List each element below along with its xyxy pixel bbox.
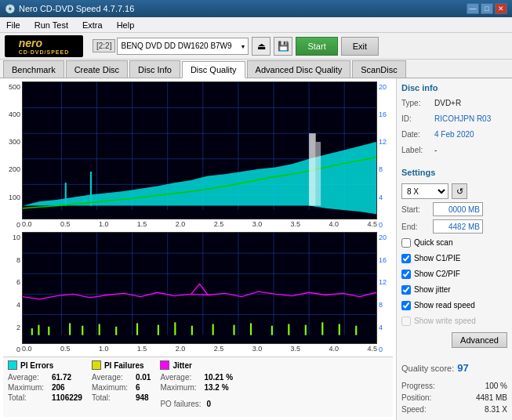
progress-value: 100 % [485, 380, 507, 392]
tab-advanced-disc-quality[interactable]: Advanced Disc Quality [247, 60, 351, 78]
menu-help[interactable]: Help [114, 19, 138, 31]
quick-scan-label: Quick scan [414, 237, 452, 249]
svg-rect-34 [38, 324, 39, 335]
speed-row: 8 X ↺ [401, 183, 507, 199]
svg-rect-35 [48, 327, 49, 335]
legend-area: PI Errors Average: 61.72 Maximum: 206 To… [3, 357, 393, 417]
svg-rect-42 [174, 322, 176, 335]
svg-rect-43 [191, 326, 193, 335]
drive-dropdown[interactable]: BENQ DVD DD DW1620 B7W9 [117, 38, 249, 55]
start-input[interactable] [433, 202, 483, 216]
maximize-button[interactable]: □ [481, 3, 493, 14]
position-value: 4481 MB [476, 392, 507, 404]
exit-button[interactable]: Exit [341, 37, 379, 56]
pi-errors-total-value: 1106229 [52, 393, 82, 402]
svg-rect-37 [82, 326, 83, 335]
show-write-row: Show write speed [401, 315, 507, 328]
pi-errors-total-label: Total: [8, 393, 49, 402]
advanced-button[interactable]: Advanced [452, 332, 507, 348]
disc-id-row: ID: RICOHJPN R03 [401, 113, 507, 125]
svg-rect-46 [250, 323, 252, 335]
chart2-x-labels: 0.0 0.5 1.0 1.5 2.0 2.5 3.0 3.5 4.0 4.5 [22, 344, 377, 355]
show-jitter-row: Show jitter [401, 284, 507, 296]
position-label: Position: [401, 392, 431, 404]
save-icon[interactable]: 💾 [274, 37, 292, 56]
legend-pi-failures: PI Failures Average: 0.01 Maximum: 6 Tot… [92, 360, 151, 414]
progress-section: Progress: 100 % Position: 4481 MB Speed:… [401, 380, 507, 415]
show-jitter-checkbox[interactable] [401, 285, 411, 295]
po-failures-label: PO failures: [160, 400, 201, 408]
tab-scan-disc[interactable]: ScanDisc [352, 60, 405, 78]
quick-scan-checkbox[interactable] [401, 238, 411, 248]
jitter-max-value: 13.2 % [204, 383, 228, 392]
tab-create-disc[interactable]: Create Disc [66, 60, 128, 78]
show-c2-checkbox[interactable] [401, 270, 411, 279]
pi-failures-avg-label: Average: [92, 373, 133, 382]
show-write-checkbox[interactable] [401, 317, 411, 326]
app-icon: 💿 [5, 4, 16, 14]
chart1-y-labels-left: 500 400 300 200 100 0 [3, 81, 22, 230]
minimize-button[interactable]: — [467, 3, 479, 14]
show-c2-label: Show C2/PIF [414, 268, 460, 281]
disc-info-title: Disc info [401, 83, 507, 92]
disc-label-value: - [434, 144, 437, 157]
chart2-y-labels-left: 10 8 6 4 2 0 [3, 232, 22, 356]
chart1-wrapper: 0.0 0.5 1.0 1.5 2.0 2.5 3.0 3.5 4.0 4.5 [22, 81, 377, 230]
settings-refresh-icon[interactable]: ↺ [452, 183, 467, 199]
start-mb-row: Start: [401, 202, 507, 216]
drive-selector: [2:2] BENQ DVD DD DW1620 B7W9 [93, 38, 249, 55]
pi-errors-avg-label: Average: [8, 373, 49, 382]
show-c1-checkbox[interactable] [401, 254, 411, 263]
svg-rect-17 [309, 133, 316, 205]
svg-rect-47 [271, 326, 273, 335]
sidebar: Disc info Type: DVD+R ID: RICOHJPN R03 D… [396, 78, 512, 420]
eject-icon[interactable]: ⏏ [252, 37, 271, 56]
svg-rect-49 [305, 324, 307, 335]
drive-label: [2:2] [93, 39, 115, 52]
pi-failures-max-value: 6 [136, 383, 140, 392]
po-failures-value: 0 [206, 400, 211, 408]
chart2 [22, 232, 377, 345]
charts-area: 500 400 300 200 100 0 [0, 78, 396, 420]
svg-rect-38 [99, 324, 100, 335]
svg-rect-45 [233, 324, 234, 335]
quality-score-label: Quality score: [401, 364, 454, 373]
menu-run-test[interactable]: Run Test [31, 19, 71, 31]
jitter-max-label: Maximum: [160, 383, 201, 392]
pi-failures-title: PI Failures [104, 361, 144, 370]
svg-rect-51 [339, 324, 340, 335]
jitter-title: Jitter [172, 361, 191, 370]
title-bar: 💿 Nero CD-DVD Speed 4.7.7.16 — □ ✕ [0, 0, 512, 17]
quick-scan-row: Quick scan [401, 237, 507, 249]
tab-benchmark[interactable]: Benchmark [3, 60, 64, 78]
menu-file[interactable]: File [3, 19, 24, 31]
tabs: Benchmark Create Disc Disc Info Disc Qua… [0, 60, 512, 78]
jitter-avg-label: Average: [160, 373, 201, 382]
menu-extra[interactable]: Extra [79, 19, 106, 31]
legend-jitter: Jitter Average: 10.21 % Maximum: 13.2 % … [160, 360, 233, 414]
disc-type-value: DVD+R [434, 97, 461, 110]
chart1-x-labels: 0.0 0.5 1.0 1.5 2.0 2.5 3.0 3.5 4.0 4.5 [22, 219, 377, 230]
disc-date-label: Date: [401, 129, 431, 141]
start-button[interactable]: Start [296, 37, 337, 56]
tab-disc-info[interactable]: Disc Info [129, 60, 180, 78]
end-mb-row: End: [401, 219, 507, 234]
show-read-checkbox[interactable] [401, 301, 411, 310]
pi-errors-max-value: 206 [52, 383, 65, 392]
quality-score-value: 97 [457, 362, 468, 374]
end-input[interactable] [433, 219, 483, 234]
legend-pi-errors: PI Errors Average: 61.72 Maximum: 206 To… [8, 360, 82, 414]
pi-errors-title: PI Errors [20, 361, 53, 370]
title-bar-title: 💿 Nero CD-DVD Speed 4.7.7.16 [5, 4, 134, 14]
quality-score-row: Quality score: 97 [401, 362, 507, 374]
chart1-y-labels-right: 20 16 12 8 4 0 [377, 81, 393, 230]
show-c1-label: Show C1/PIE [414, 252, 460, 265]
speed-select[interactable]: 8 X [401, 183, 448, 199]
svg-rect-15 [65, 183, 67, 205]
close-button[interactable]: ✕ [495, 3, 507, 14]
disc-type-row: Type: DVD+R [401, 97, 507, 110]
tab-disc-quality[interactable]: Disc Quality [182, 61, 245, 78]
svg-rect-44 [212, 324, 214, 335]
disc-date-row: Date: 4 Feb 2020 [401, 129, 507, 141]
nero-logo: nero CD·DVD/SPEED [5, 35, 83, 57]
